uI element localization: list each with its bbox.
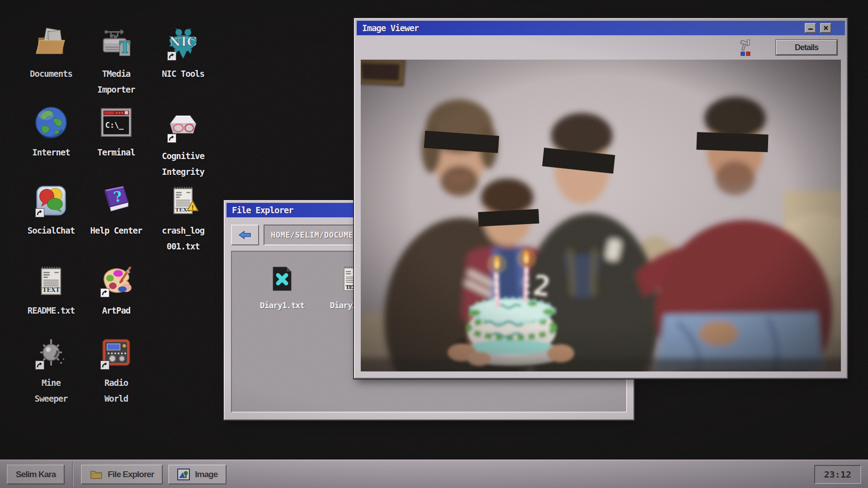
image-viewer-titlebar[interactable]: Image Viewer bbox=[357, 21, 845, 35]
nic-tools-eagle-icon: NIC bbox=[165, 26, 201, 61]
desktop-icon-mine-sweeper[interactable]: MineSweeper bbox=[17, 335, 85, 407]
shortcut-arrow-badge bbox=[35, 208, 44, 217]
shortcut-arrow-badge bbox=[100, 288, 109, 297]
desktop-icon-label: CognitiveIntegrity bbox=[162, 148, 204, 180]
radio-icon bbox=[99, 335, 134, 371]
desktop-icon-label: Help Center bbox=[90, 223, 142, 239]
minimize-button[interactable] bbox=[805, 23, 816, 33]
taskbar-button-image[interactable]: Image bbox=[168, 465, 226, 484]
terminal-icon: C:\_ bbox=[99, 105, 134, 140]
desktop-icon-documents[interactable]: Documents bbox=[17, 26, 85, 82]
taskbar-separator bbox=[72, 462, 74, 487]
help-center-book-icon: ? bbox=[99, 183, 134, 218]
desktop-icon-internet[interactable]: Internet bbox=[17, 105, 85, 160]
desktop-icon-label: MineSweeper bbox=[34, 375, 67, 407]
desktop-icon-label: README.txt bbox=[28, 303, 75, 319]
desktop-icon-label: TMediaImporter bbox=[97, 66, 135, 98]
user-start-button[interactable]: Selim Kara bbox=[7, 465, 65, 484]
address-text: HOME/SELIM/DOCUMENTS bbox=[271, 230, 368, 239]
desktop-icon-label: Documents bbox=[30, 66, 72, 82]
details-button[interactable]: Details bbox=[776, 40, 837, 55]
taskbar-button-label: Image bbox=[195, 469, 217, 479]
crash-log-file-icon: TEXT ! bbox=[165, 183, 201, 218]
desktop-icon-label: crash_log001.txt bbox=[162, 223, 204, 254]
warning-exclamation: ! bbox=[191, 203, 195, 211]
file-explorer-title: File Explorer bbox=[232, 205, 293, 215]
socialchat-icon bbox=[33, 183, 69, 218]
desktop-icon-label: NIC Tools bbox=[162, 66, 204, 82]
details-button-label: Details bbox=[795, 43, 818, 52]
minimize-icon bbox=[808, 26, 813, 30]
photo: 2 bbox=[361, 60, 841, 371]
taskbar-button-label: File Explorer bbox=[108, 469, 154, 479]
image-viewer-title: Image Viewer bbox=[362, 23, 419, 33]
desktop-icon-nic-tools[interactable]: NIC NIC Tools bbox=[149, 26, 217, 82]
desktop-icon-socialchat[interactable]: SocialChat bbox=[17, 183, 85, 239]
desktop-icon-help-center[interactable]: ? Help Center bbox=[82, 183, 150, 239]
back-button[interactable] bbox=[231, 225, 259, 245]
desktop-icon-cognitive-integrity[interactable]: CognitiveIntegrity bbox=[149, 108, 217, 180]
taskbar-button-file-explorer[interactable]: File Explorer bbox=[81, 465, 163, 484]
tmedia-t-glyph: T bbox=[119, 38, 130, 56]
desktop-icon-label: ArtPad bbox=[102, 303, 131, 319]
desktop-icon-label: Internet bbox=[32, 145, 70, 160]
documents-folder-icon bbox=[33, 26, 69, 61]
folder-icon bbox=[90, 469, 103, 479]
desktop-icon-terminal[interactable]: C:\_ Terminal bbox=[82, 105, 150, 160]
tmedia-importer-icon: T bbox=[99, 26, 134, 61]
user-name-label: Selim Kara bbox=[16, 469, 56, 479]
tools-icon[interactable] bbox=[736, 39, 754, 57]
internet-globe-icon bbox=[33, 105, 69, 140]
file-item-diary1[interactable]: Diary1.txt bbox=[253, 264, 311, 310]
clock[interactable]: 23:12 bbox=[814, 465, 861, 484]
back-arrow-icon bbox=[238, 230, 252, 240]
x-text-file-icon bbox=[268, 264, 297, 293]
image-viewer-window[interactable]: Image Viewer Details bbox=[354, 18, 848, 379]
desktop-icon-readme[interactable]: TEXT README.txt bbox=[17, 263, 85, 319]
shortcut-arrow-badge bbox=[35, 361, 44, 370]
cognitive-integrity-icon bbox=[165, 108, 201, 144]
shortcut-arrow-badge bbox=[167, 52, 176, 61]
desktop-icon-radio-world[interactable]: RadioWorld bbox=[82, 335, 150, 407]
file-name: Diary1.txt bbox=[253, 300, 311, 310]
close-button[interactable] bbox=[820, 23, 831, 33]
artpad-palette-icon bbox=[99, 263, 134, 298]
text-file-label: TEXT bbox=[42, 286, 60, 293]
mine-icon bbox=[33, 335, 69, 371]
close-icon bbox=[823, 25, 829, 31]
image-file-icon bbox=[177, 469, 190, 480]
readme-file-icon: TEXT bbox=[33, 263, 69, 298]
desktop-icon-label: RadioWorld bbox=[104, 375, 128, 407]
desktop-icon-crash-log[interactable]: TEXT ! crash_log001.txt bbox=[149, 183, 217, 254]
terminal-prompt-text: C:\_ bbox=[105, 121, 124, 130]
desktop-icon-label: SocialChat bbox=[28, 223, 75, 239]
desktop-icon-tmedia-importer[interactable]: T TMediaImporter bbox=[82, 26, 150, 98]
desktop-icon-label: Terminal bbox=[97, 145, 135, 160]
shortcut-arrow-badge bbox=[167, 134, 176, 143]
desktop-icon-artpad[interactable]: ArtPad bbox=[82, 263, 150, 319]
shortcut-arrow-badge bbox=[100, 361, 109, 370]
desktop: Documents T TMediaImporter bbox=[0, 0, 868, 488]
taskbar: Selim Kara File Explorer Image 23:12 bbox=[0, 460, 868, 488]
nic-logo-text: NIC bbox=[169, 34, 197, 49]
clock-time: 23:12 bbox=[824, 469, 851, 480]
